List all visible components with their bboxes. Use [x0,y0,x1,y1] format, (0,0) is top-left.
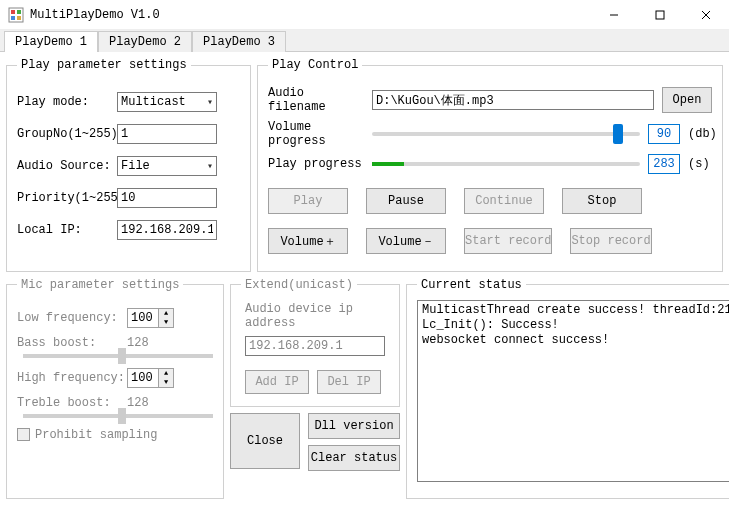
local-ip-input[interactable] [117,220,217,240]
stop-record-button[interactable]: Stop record [570,228,651,254]
low-frequency-label: Low frequency: [17,311,127,325]
app-icon [8,7,24,23]
bass-boost-value: 128 [127,336,149,350]
stepper-up-icon[interactable]: ▲ [159,309,173,318]
priority-input[interactable] [117,188,217,208]
extend-legend: Extend(unicast) [241,278,357,292]
clear-status-button[interactable]: Clear status [308,445,400,471]
svg-rect-1 [11,10,15,14]
treble-boost-label: Treble boost: [17,396,127,410]
play-progress-slider[interactable] [372,162,640,166]
close-button[interactable] [683,0,729,30]
svg-rect-4 [17,16,21,20]
volume-value: 90 [648,124,680,144]
stepper-down-icon[interactable]: ▼ [159,378,173,387]
priority-label: Priority(1~255) [17,191,117,205]
play-control-legend: Play Control [268,58,362,72]
play-progress-fill [372,162,404,166]
prohibit-sampling-label: Prohibit sampling [35,428,157,442]
tab-playdemo-1[interactable]: PlayDemo 1 [4,31,98,52]
audio-source-value: File [121,159,150,173]
play-mode-select[interactable]: Multicast ▾ [117,92,217,112]
svg-rect-2 [17,10,21,14]
audio-filename-input[interactable] [372,90,654,110]
start-record-button[interactable]: Start record [464,228,552,254]
close-app-button[interactable]: Close [230,413,300,469]
play-control-group: Play Control Audio filename Open Volume … [257,58,723,272]
low-frequency-value: 100 [128,311,158,325]
mic-legend: Mic parameter settings [17,278,183,292]
treble-boost-slider[interactable] [23,414,213,418]
current-status-group: Current status MulticastThread create su… [406,278,729,500]
tab-strip: PlayDemo 1 PlayDemo 2 PlayDemo 3 [0,30,729,52]
audio-device-ip-label: Audio device ip address [245,302,389,330]
pause-button[interactable]: Pause [366,188,446,214]
tab-playdemo-3[interactable]: PlayDemo 3 [192,31,286,52]
groupno-label: GroupNo(1~255): [17,127,117,141]
volume-up-button[interactable]: Volume＋ [268,228,348,254]
extend-unicast-group: Extend(unicast) Audio device ip address … [230,278,400,407]
maximize-button[interactable] [637,0,683,30]
chevron-down-icon: ▾ [207,96,213,108]
stepper-down-icon[interactable]: ▼ [159,318,173,327]
play-button[interactable]: Play [268,188,348,214]
del-ip-button[interactable]: Del IP [317,370,381,394]
play-mode-label: Play mode: [17,95,117,109]
volume-slider-thumb[interactable] [613,124,623,144]
play-mode-value: Multicast [121,95,186,109]
audio-source-select[interactable]: File ▾ [117,156,217,176]
audio-filename-label: Audio filename [268,86,364,114]
high-frequency-value: 100 [128,371,158,385]
play-parameter-legend: Play parameter settings [17,58,191,72]
svg-rect-3 [11,16,15,20]
status-textarea[interactable]: MulticastThread create success! threadId… [417,300,729,482]
volume-down-button[interactable]: Volume－ [366,228,446,254]
titlebar: MultiPlayDemo V1.0 [0,0,729,30]
mic-parameter-settings-group: Mic parameter settings Low frequency: 10… [6,278,224,500]
stepper-up-icon[interactable]: ▲ [159,369,173,378]
play-parameter-settings-group: Play parameter settings Play mode: Multi… [6,58,251,272]
local-ip-label: Local IP: [17,223,117,237]
audio-device-ip-input[interactable] [245,336,385,356]
play-progress-value: 283 [648,154,680,174]
high-frequency-stepper[interactable]: 100 ▲▼ [127,368,174,388]
play-progress-label: Play progress [268,157,364,171]
high-frequency-label: High frequency: [17,371,127,385]
treble-boost-value: 128 [127,396,149,410]
audio-source-label: Audio Source: [17,159,117,173]
low-frequency-stepper[interactable]: 100 ▲▼ [127,308,174,328]
chevron-down-icon: ▾ [207,160,213,172]
continue-button[interactable]: Continue [464,188,544,214]
prohibit-sampling-checkbox[interactable] [17,428,30,441]
groupno-input[interactable] [117,124,217,144]
add-ip-button[interactable]: Add IP [245,370,309,394]
bass-slider-thumb[interactable] [118,348,126,364]
volume-slider[interactable] [372,132,640,136]
window-title: MultiPlayDemo V1.0 [30,8,591,22]
tab-playdemo-2[interactable]: PlayDemo 2 [98,31,192,52]
open-button[interactable]: Open [662,87,712,113]
volume-progress-label: Volume progress [268,120,364,148]
svg-rect-6 [656,11,664,19]
current-status-legend: Current status [417,278,526,292]
play-progress-unit: (s) [688,157,712,171]
volume-unit: (db) [688,127,712,141]
bass-boost-label: Bass boost: [17,336,127,350]
treble-slider-thumb[interactable] [118,408,126,424]
minimize-button[interactable] [591,0,637,30]
dll-version-button[interactable]: Dll version [308,413,400,439]
stop-button[interactable]: Stop [562,188,642,214]
bass-boost-slider[interactable] [23,354,213,358]
